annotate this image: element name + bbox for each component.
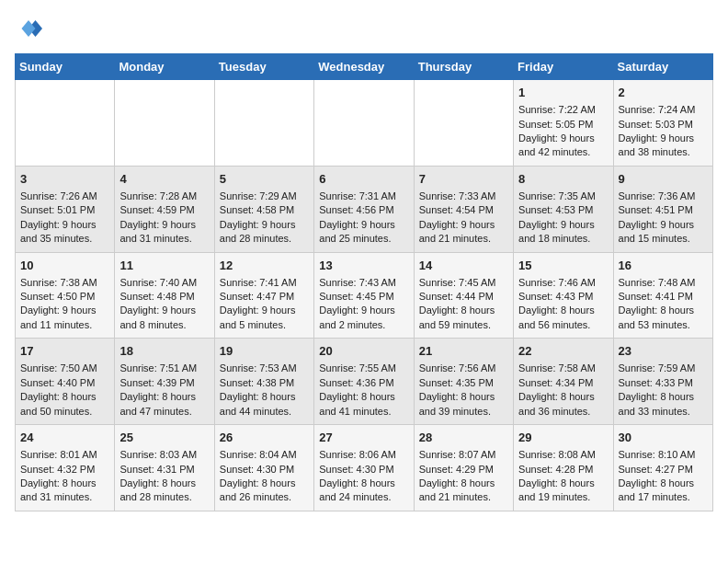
daylight-text: Daylight: 8 hours and 21 minutes. (419, 477, 495, 502)
logo (15, 15, 46, 42)
sunset-text: Sunset: 4:32 PM (20, 464, 95, 475)
daylight-text: Daylight: 8 hours and 17 minutes. (619, 477, 695, 502)
calendar-week-4: 17Sunrise: 7:50 AMSunset: 4:40 PMDayligh… (16, 339, 713, 425)
calendar-day: 6Sunrise: 7:31 AMSunset: 4:56 PMDaylight… (314, 166, 414, 252)
header-wednesday: Wednesday (314, 54, 414, 80)
daylight-text: Daylight: 8 hours and 39 minutes. (419, 391, 495, 416)
daylight-text: Daylight: 8 hours and 36 minutes. (518, 391, 595, 416)
sunrise-text: Sunrise: 7:55 AM (319, 362, 396, 373)
sunrise-text: Sunrise: 7:53 AM (220, 362, 297, 373)
calendar-day (214, 80, 313, 167)
daylight-text: Daylight: 9 hours and 18 minutes. (518, 219, 595, 244)
day-number: 16 (619, 258, 708, 274)
daylight-text: Daylight: 9 hours and 25 minutes. (319, 219, 395, 244)
day-number: 5 (220, 171, 309, 188)
calendar-day: 4Sunrise: 7:28 AMSunset: 4:59 PMDaylight… (115, 166, 214, 252)
daylight-text: Daylight: 8 hours and 50 minutes. (20, 391, 97, 416)
calendar-day: 15Sunrise: 7:46 AMSunset: 4:43 PMDayligh… (514, 252, 613, 339)
calendar-day: 16Sunrise: 7:48 AMSunset: 4:41 PMDayligh… (613, 252, 712, 339)
daylight-text: Daylight: 9 hours and 5 minutes. (220, 304, 296, 329)
sunset-text: Sunset: 4:59 PM (119, 204, 194, 215)
sunset-text: Sunset: 4:45 PM (319, 291, 393, 302)
calendar-day (414, 80, 513, 167)
sunrise-text: Sunrise: 8:03 AM (119, 449, 197, 460)
sunset-text: Sunset: 4:35 PM (419, 377, 494, 388)
daylight-text: Daylight: 8 hours and 44 minutes. (220, 391, 296, 416)
day-number: 23 (619, 343, 708, 360)
sunrise-text: Sunrise: 7:58 AM (518, 362, 596, 373)
day-number: 10 (20, 258, 109, 274)
sunset-text: Sunset: 4:36 PM (319, 377, 393, 388)
day-number: 7 (419, 171, 508, 188)
calendar-table: SundayMondayTuesdayWednesdayThursdayFrid… (15, 53, 713, 511)
daylight-text: Daylight: 9 hours and 15 minutes. (619, 219, 695, 244)
sunset-text: Sunset: 4:38 PM (220, 377, 294, 388)
calendar-day: 24Sunrise: 8:01 AMSunset: 4:32 PMDayligh… (16, 425, 115, 511)
sunset-text: Sunset: 4:58 PM (220, 204, 294, 215)
daylight-text: Daylight: 9 hours and 28 minutes. (220, 219, 296, 244)
day-number: 6 (319, 171, 408, 188)
sunrise-text: Sunrise: 7:28 AM (119, 190, 197, 201)
sunset-text: Sunset: 4:31 PM (119, 464, 194, 475)
sunrise-text: Sunrise: 7:33 AM (419, 190, 496, 201)
sunset-text: Sunset: 4:34 PM (518, 377, 593, 388)
sunrise-text: Sunrise: 8:07 AM (419, 449, 496, 460)
sunset-text: Sunset: 4:29 PM (419, 464, 494, 475)
calendar-day: 10Sunrise: 7:38 AMSunset: 4:50 PMDayligh… (16, 252, 115, 339)
sunrise-text: Sunrise: 7:38 AM (20, 277, 97, 288)
sunset-text: Sunset: 4:53 PM (518, 204, 593, 215)
calendar-day: 12Sunrise: 7:41 AMSunset: 4:47 PMDayligh… (214, 252, 313, 339)
header-sunday: Sunday (16, 54, 115, 80)
calendar-day: 20Sunrise: 7:55 AMSunset: 4:36 PMDayligh… (314, 339, 414, 425)
sunrise-text: Sunrise: 7:46 AM (518, 277, 596, 288)
sunset-text: Sunset: 5:03 PM (619, 119, 693, 130)
sunrise-text: Sunrise: 8:08 AM (518, 449, 596, 460)
sunrise-text: Sunrise: 8:01 AM (20, 449, 97, 460)
sunset-text: Sunset: 4:43 PM (518, 291, 593, 302)
sunrise-text: Sunrise: 7:35 AM (518, 190, 596, 201)
daylight-text: Daylight: 9 hours and 42 minutes. (518, 132, 595, 157)
calendar-day: 7Sunrise: 7:33 AMSunset: 4:54 PMDaylight… (414, 166, 513, 252)
header-thursday: Thursday (414, 54, 513, 80)
sunset-text: Sunset: 4:27 PM (619, 464, 693, 475)
day-number: 25 (119, 430, 209, 446)
header-saturday: Saturday (613, 54, 712, 80)
sunset-text: Sunset: 4:28 PM (518, 464, 593, 475)
day-number: 2 (619, 85, 708, 101)
sunrise-text: Sunrise: 7:40 AM (119, 277, 197, 288)
daylight-text: Daylight: 8 hours and 26 minutes. (220, 477, 296, 502)
day-number: 11 (119, 258, 209, 274)
sunrise-text: Sunrise: 7:50 AM (20, 362, 97, 373)
daylight-text: Daylight: 8 hours and 41 minutes. (319, 391, 395, 416)
sunrise-text: Sunrise: 8:10 AM (619, 449, 696, 460)
day-number: 17 (20, 343, 109, 360)
daylight-text: Daylight: 8 hours and 24 minutes. (319, 477, 395, 502)
daylight-text: Daylight: 9 hours and 2 minutes. (319, 304, 395, 329)
daylight-text: Daylight: 8 hours and 31 minutes. (20, 477, 97, 502)
calendar-day: 13Sunrise: 7:43 AMSunset: 4:45 PMDayligh… (314, 252, 414, 339)
calendar-day (314, 80, 414, 167)
sunset-text: Sunset: 4:44 PM (419, 291, 494, 302)
day-number: 1 (518, 85, 608, 101)
day-number: 18 (119, 343, 209, 360)
sunset-text: Sunset: 4:39 PM (119, 377, 194, 388)
sunrise-text: Sunrise: 8:04 AM (220, 449, 297, 460)
day-number: 28 (419, 430, 508, 446)
calendar-week-1: 1Sunrise: 7:22 AMSunset: 5:05 PMDaylight… (16, 80, 713, 167)
sunset-text: Sunset: 4:48 PM (119, 291, 194, 302)
sunrise-text: Sunrise: 7:51 AM (119, 362, 197, 373)
day-number: 13 (319, 258, 408, 274)
calendar-day: 9Sunrise: 7:36 AMSunset: 4:51 PMDaylight… (613, 166, 712, 252)
day-number: 4 (119, 171, 209, 188)
sunrise-text: Sunrise: 7:29 AM (220, 190, 297, 201)
calendar-week-3: 10Sunrise: 7:38 AMSunset: 4:50 PMDayligh… (16, 252, 713, 339)
sunrise-text: Sunrise: 7:36 AM (619, 190, 696, 201)
sunset-text: Sunset: 4:40 PM (20, 377, 95, 388)
daylight-text: Daylight: 8 hours and 19 minutes. (518, 477, 595, 502)
day-number: 21 (419, 343, 508, 360)
daylight-text: Daylight: 9 hours and 21 minutes. (419, 219, 495, 244)
sunrise-text: Sunrise: 8:06 AM (319, 449, 396, 460)
logo-icon (15, 15, 42, 42)
sunrise-text: Sunrise: 7:41 AM (220, 277, 297, 288)
day-number: 22 (518, 343, 608, 360)
